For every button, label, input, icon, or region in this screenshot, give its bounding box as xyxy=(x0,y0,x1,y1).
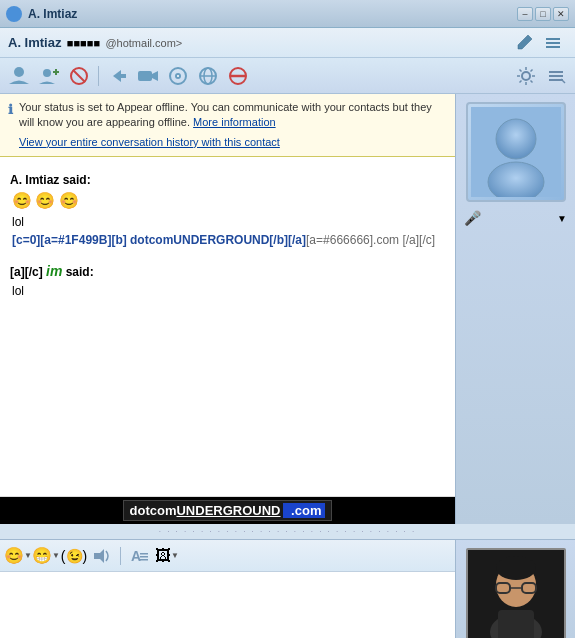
svg-rect-29 xyxy=(140,559,148,561)
svg-rect-1 xyxy=(546,42,560,44)
svg-rect-28 xyxy=(140,556,148,558)
sound-button[interactable] xyxy=(90,544,114,568)
close-button[interactable]: ✕ xyxy=(553,7,569,21)
more-options-icon[interactable] xyxy=(541,30,567,56)
window-title: A. Imtiaz xyxy=(28,7,77,21)
message-emojis: 😊 😊 😊 xyxy=(12,189,445,213)
window-controls[interactable]: – □ ✕ xyxy=(517,7,569,21)
info-icon: ℹ xyxy=(8,101,13,119)
sound-icon xyxy=(92,547,112,565)
svg-rect-27 xyxy=(140,553,148,555)
contact-card-button[interactable] xyxy=(6,63,32,89)
smiley-button[interactable]: 😊 ▼ xyxy=(6,544,30,568)
banner-underground: UNDERGROUND xyxy=(176,503,280,518)
input-right-sidebar: Get accessories xyxy=(455,540,575,638)
colored-text-2: [a=#666666].com [/a][/c] xyxy=(306,233,435,247)
svg-rect-9 xyxy=(120,74,126,78)
svg-point-23 xyxy=(496,119,536,159)
sender-bracket: [a][/c] xyxy=(10,265,46,279)
font-size-button[interactable]: A xyxy=(127,544,151,568)
info-content: Your status is set to Appear offline. Yo… xyxy=(19,100,447,150)
input-toolbar: 😊 ▼ 😁 ▼ (😉) A xyxy=(0,540,455,572)
background-dropdown-icon: ▼ xyxy=(171,551,179,560)
music-button[interactable] xyxy=(165,63,191,89)
block-icon xyxy=(67,64,91,88)
emoji-1: 😊 xyxy=(12,189,32,213)
settings-button[interactable] xyxy=(513,63,539,89)
contact-email: @hotmail.com> xyxy=(105,37,182,49)
back-button[interactable] xyxy=(105,63,131,89)
banner-dotcom: dotcom xyxy=(130,503,177,518)
svg-rect-2 xyxy=(546,46,560,48)
chat-banner: dotcomUNDERGROUND .com xyxy=(0,496,455,524)
toolbar-right xyxy=(513,63,569,89)
svg-rect-40 xyxy=(498,610,534,638)
message-colored: [c=0][a=#1F499B][b] dotcomUNDERGROUND[/b… xyxy=(12,231,445,249)
im-brand-text: im xyxy=(46,263,62,279)
person-icon xyxy=(7,64,31,88)
smiley-dropdown-icon: ▼ xyxy=(24,551,32,560)
right-sidebar: 🎤 ▼ xyxy=(455,94,575,524)
input-toolbar-sep-1 xyxy=(120,547,121,565)
message-lol-2: lol xyxy=(12,282,445,300)
arrow-icon xyxy=(543,32,565,54)
main-toolbar xyxy=(0,58,575,94)
contact-name: A. Imtiaz xyxy=(8,35,61,50)
sidebar-expand-button[interactable]: ▼ xyxy=(557,213,567,224)
background-button[interactable]: 🖼 ▼ xyxy=(155,544,179,568)
stop-button[interactable] xyxy=(225,63,251,89)
svg-rect-10 xyxy=(138,71,152,81)
emoji-2: 😊 xyxy=(35,189,55,213)
blocked-indicator: ■■■■■ xyxy=(67,37,100,49)
menu-icon xyxy=(545,65,567,87)
minimize-button[interactable]: – xyxy=(517,7,533,21)
contact-edit-icons[interactable] xyxy=(511,30,567,56)
add-contact-button[interactable] xyxy=(36,63,62,89)
svg-point-24 xyxy=(488,162,544,197)
input-column: 😊 ▼ 😁 ▼ (😉) A xyxy=(0,540,455,638)
maximize-button[interactable]: □ xyxy=(535,7,551,21)
webcam-view xyxy=(466,548,566,638)
app-icon xyxy=(6,6,22,22)
edit-contact-icon[interactable] xyxy=(511,30,537,56)
more-info-link[interactable]: More information xyxy=(193,116,276,128)
font-size-icon: A xyxy=(129,547,149,565)
wink-button[interactable]: (😉) xyxy=(62,544,86,568)
main-area: ℹ Your status is set to Appear offline. … xyxy=(0,94,575,524)
info-bar: ℹ Your status is set to Appear offline. … xyxy=(0,94,455,157)
menu-button[interactable] xyxy=(543,63,569,89)
pencil-icon xyxy=(513,32,535,54)
toolbar-separator-1 xyxy=(98,66,99,86)
music-icon xyxy=(166,64,190,88)
message-sender-1: A. Imtiaz said: xyxy=(10,171,445,189)
globe-icon xyxy=(196,64,220,88)
contact-avatar xyxy=(466,102,566,202)
custom-smiley-button[interactable]: 😁 ▼ xyxy=(34,544,58,568)
smiley-icon: 😊 xyxy=(4,546,24,565)
sender-suffix: said: xyxy=(62,265,93,279)
contact-bar: A. Imtiaz ■■■■■ @hotmail.com> xyxy=(0,28,575,58)
custom-smiley-dropdown-icon: ▼ xyxy=(52,551,60,560)
microphone-icon[interactable]: 🎤 xyxy=(464,210,481,226)
svg-marker-25 xyxy=(94,549,104,563)
web-button[interactable] xyxy=(195,63,221,89)
chat-column: ℹ Your status is set to Appear offline. … xyxy=(0,94,455,524)
history-link[interactable]: View your entire conversation history wi… xyxy=(19,135,447,150)
message-input[interactable] xyxy=(0,572,455,638)
avatar-svg xyxy=(471,107,561,197)
banner-com: .com xyxy=(283,503,325,518)
block-button[interactable] xyxy=(66,63,92,89)
background-icon: 🖼 xyxy=(155,547,171,565)
back-arrow-icon xyxy=(106,64,130,88)
add-contact-icon xyxy=(37,64,61,88)
svg-point-3 xyxy=(14,67,24,77)
svg-point-13 xyxy=(177,75,179,77)
video-icon xyxy=(136,64,160,88)
wink-icon: (😉) xyxy=(61,548,87,564)
title-bar: A. Imtiaz – □ ✕ xyxy=(0,0,575,28)
colored-text-1: [c=0][a=#1F499B][b] dotcomUNDERGROUND[/b… xyxy=(12,233,306,247)
title-bar-left: A. Imtiaz xyxy=(6,6,77,22)
video-button[interactable] xyxy=(135,63,161,89)
banner-container: dotcomUNDERGROUND .com xyxy=(123,500,333,521)
message-lol-1: lol xyxy=(12,213,445,231)
